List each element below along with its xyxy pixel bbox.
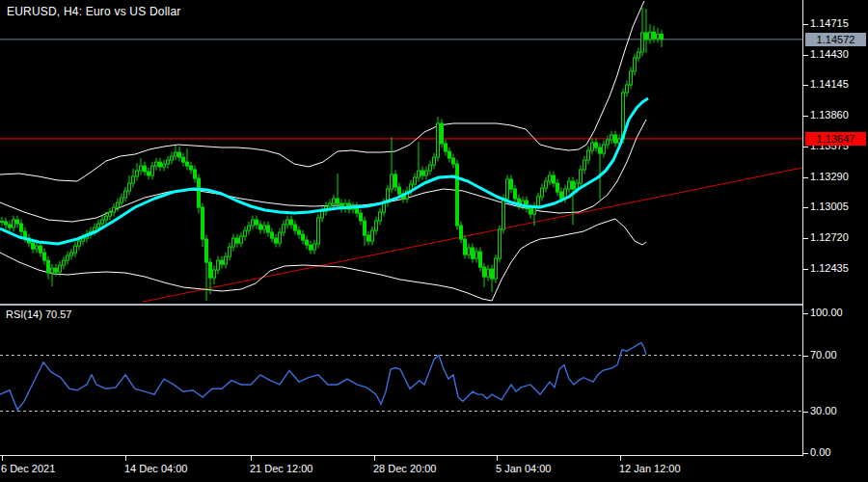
candle-body (43, 253, 46, 260)
price-axis-label: 1.14430 (810, 48, 849, 60)
price-axis-label: 1.13005 (810, 201, 849, 212)
candle-body (178, 152, 181, 157)
candle-body (113, 207, 116, 212)
candle-body (452, 158, 455, 164)
candle-body (155, 162, 158, 166)
candle-body (190, 166, 193, 170)
candle-body (367, 235, 370, 241)
main-price-panel[interactable] (0, 0, 802, 306)
candle-body (40, 246, 42, 253)
time-tick (2, 456, 3, 461)
candle-body (225, 256, 228, 264)
time-axis-label: 28 Dec 20:00 (373, 463, 436, 474)
candle-body (279, 232, 282, 243)
candle-body (630, 71, 633, 85)
candle-body (20, 224, 23, 231)
rsi-axis-label: 70.00 (810, 349, 837, 361)
candle-body (267, 226, 270, 232)
candle-body (221, 260, 224, 264)
candle-body (128, 183, 131, 191)
price-tick (803, 147, 808, 147)
level-price-box: 1.13647 (805, 132, 866, 146)
price-tick (803, 207, 808, 208)
rsi-indicator-panel[interactable] (0, 306, 802, 456)
candle-body (553, 175, 556, 183)
candle-body (510, 179, 513, 189)
panel-separator[interactable] (0, 304, 802, 306)
price-tick (803, 55, 808, 56)
candle-body (121, 198, 123, 202)
candle-body (506, 179, 509, 199)
candle-body (329, 203, 332, 206)
candle-body (148, 172, 150, 175)
candle-body (171, 156, 174, 160)
candle-body (603, 145, 606, 153)
candle-body (202, 207, 204, 239)
candle-body (429, 165, 432, 171)
candle-body (205, 239, 208, 262)
rsi-line (0, 342, 646, 410)
candle-body (74, 246, 77, 253)
candle-body (151, 166, 154, 175)
candle-body (560, 192, 563, 199)
candle-body (337, 199, 339, 203)
candle-body (541, 188, 544, 197)
candle-body (414, 177, 417, 184)
candle-body (36, 246, 39, 249)
candle-body (59, 265, 62, 272)
candle-body (306, 240, 309, 245)
candle-body (182, 157, 185, 162)
trading-chart-window: EURUSD, H4: Euro vs US Dollar RSI(14) 70… (0, 0, 868, 482)
candle-body (47, 260, 50, 273)
candle-body (321, 211, 324, 218)
candle-body (67, 255, 69, 260)
candle-body (290, 220, 293, 225)
price-axis-label: 1.12435 (810, 262, 849, 274)
candle-body (364, 221, 366, 235)
candle-body (475, 252, 478, 258)
candle-body (236, 238, 239, 243)
time-axis[interactable]: 6 Dec 202114 Dec 04:0021 Dec 12:0028 Dec… (0, 456, 868, 482)
candle-body (1, 221, 4, 222)
price-axis[interactable]: 1.147151.144301.141451.138601.135751.132… (803, 0, 868, 456)
candle-body (418, 171, 420, 177)
candle-body (529, 208, 532, 214)
time-tick (497, 456, 498, 461)
candle-body (317, 218, 320, 244)
candle-body (209, 262, 212, 278)
candle-body (117, 202, 120, 207)
candle-body (441, 123, 444, 144)
candle-body (51, 268, 54, 273)
candle-body (217, 260, 220, 270)
time-tick (251, 456, 252, 461)
candle-body (514, 189, 517, 199)
chart-title: EURUSD, H4: Euro vs US Dollar (7, 5, 181, 18)
candle-body (491, 269, 494, 279)
candle-body (607, 140, 610, 145)
candle-body (379, 212, 382, 221)
candle-body (641, 33, 644, 52)
candle-body (445, 144, 448, 151)
candle-body (472, 248, 475, 258)
candle-body (294, 225, 297, 230)
candle-body (580, 170, 583, 183)
time-axis-label: 14 Dec 04:00 (124, 463, 187, 474)
candle-body (599, 147, 602, 153)
candle-body (286, 220, 289, 225)
candle-body (109, 212, 112, 216)
bollinger-middle-band (0, 120, 646, 222)
candle-body (398, 187, 401, 194)
price-axis-label: 1.13860 (810, 109, 849, 120)
candle-body (198, 178, 201, 207)
candle-body (568, 181, 571, 189)
candle-body (591, 143, 594, 150)
candle-body (499, 229, 502, 258)
candle-body (78, 241, 81, 246)
price-tick (803, 238, 808, 239)
candle-body (637, 52, 640, 58)
candle-body (502, 199, 505, 229)
candle-body (487, 269, 490, 277)
ascending-trendline[interactable] (143, 168, 802, 302)
candle-body (271, 232, 274, 238)
price-tick (803, 356, 808, 357)
